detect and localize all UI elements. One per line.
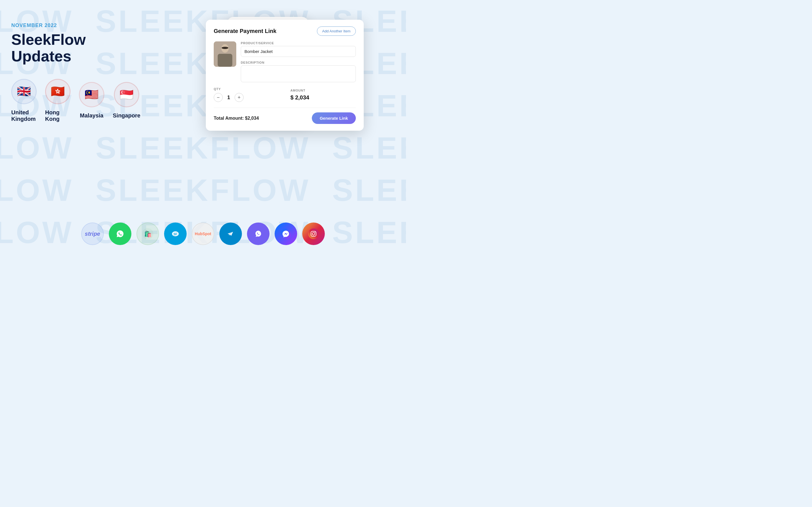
telegram-integration-icon[interactable] bbox=[219, 223, 242, 245]
description-label: DESCRIPTION bbox=[241, 61, 356, 64]
country-label-my: Malaysia bbox=[80, 112, 103, 119]
stripe-label: stripe bbox=[85, 231, 100, 237]
whatsapp-icon bbox=[115, 228, 125, 239]
country-item-hk: 🇭🇰 Hong Kong bbox=[45, 79, 70, 122]
stripe-integration-icon[interactable]: stripe bbox=[81, 223, 104, 245]
right-column: 2:38 ··· 📶 🔋 Exclusive Products 🛒 dress … bbox=[141, 17, 395, 125]
messenger-integration-icon[interactable] bbox=[274, 223, 297, 245]
shopify-icon: 🛍️ bbox=[142, 228, 153, 239]
flag-circle-sg: 🇸🇬 bbox=[114, 82, 139, 107]
main-content: NOVEMBER 2022 SleekFlow Updates 🇬🇧 Unite… bbox=[0, 0, 406, 253]
flags-section: 🇬🇧 United Kingdom 🇭🇰 Hong Kong 🇲🇾 Malays… bbox=[11, 79, 130, 122]
qty-controls: − 1 + bbox=[214, 93, 279, 102]
svg-point-23 bbox=[315, 232, 315, 232]
integrations-bar: stripe 🛍️ SF HubSpot bbox=[0, 217, 406, 253]
add-another-item-button[interactable]: Add Another Item bbox=[317, 26, 356, 36]
salesforce-integration-icon[interactable]: SF bbox=[164, 223, 187, 245]
panel-product-row: PRODUCT/SERVICE Bomber Jacket DESCRIPTIO… bbox=[214, 41, 356, 82]
country-item-my: 🇲🇾 Malaysia bbox=[79, 82, 104, 119]
telegram-icon bbox=[225, 228, 236, 239]
amount-value: $ 2,034 bbox=[290, 94, 356, 101]
panel-title: Generate Payment Link bbox=[214, 28, 276, 34]
country-label-uk: United Kingdom bbox=[11, 109, 37, 122]
update-period-label: NOVEMBER 2022 bbox=[11, 22, 130, 29]
top-section: NOVEMBER 2022 SleekFlow Updates 🇬🇧 Unite… bbox=[0, 0, 406, 217]
qty-section: QTY − 1 + bbox=[214, 87, 279, 102]
svg-point-20 bbox=[308, 228, 319, 239]
generate-link-button[interactable]: Generate Link bbox=[312, 112, 356, 124]
whatsapp-integration-icon[interactable] bbox=[109, 223, 132, 245]
amount-label: AMOUNT bbox=[290, 89, 356, 92]
amount-section: AMOUNT $ 2,034 bbox=[290, 89, 356, 101]
qty-amount-row: QTY − 1 + AMOUNT $ 2,034 bbox=[214, 87, 356, 102]
hubspot-integration-icon[interactable]: HubSpot bbox=[192, 223, 214, 245]
country-label-sg: Singapore bbox=[113, 112, 140, 119]
product-service-label: PRODUCT/SERVICE bbox=[241, 41, 356, 45]
panel-product-svg bbox=[214, 41, 236, 67]
qty-value: 1 bbox=[227, 95, 230, 101]
hubspot-label: HubSpot bbox=[195, 231, 211, 236]
total-amount-text: Total Amount: $2,034 bbox=[214, 116, 259, 121]
payment-panel: Generate Payment Link Add Another Item bbox=[206, 20, 364, 131]
left-column: NOVEMBER 2022 SleekFlow Updates 🇬🇧 Unite… bbox=[11, 17, 130, 122]
qty-label: QTY bbox=[214, 87, 279, 91]
panel-footer: Total Amount: $2,034 Generate Link bbox=[214, 108, 356, 124]
country-label-hk: Hong Kong bbox=[45, 109, 70, 122]
svg-text:🛍️: 🛍️ bbox=[144, 230, 152, 238]
qty-increase-button[interactable]: + bbox=[235, 93, 244, 102]
flag-circle-uk: 🇬🇧 bbox=[11, 79, 37, 104]
shopify-integration-icon[interactable]: 🛍️ bbox=[137, 223, 159, 245]
instagram-integration-icon[interactable] bbox=[302, 223, 325, 245]
country-item-sg: 🇸🇬 Singapore bbox=[113, 82, 140, 119]
flag-circle-my: 🇲🇾 bbox=[79, 82, 104, 107]
panel-product-image bbox=[214, 41, 236, 67]
svg-point-19 bbox=[281, 228, 291, 239]
product-form-fields: PRODUCT/SERVICE Bomber Jacket DESCRIPTIO… bbox=[241, 41, 356, 82]
qty-decrease-button[interactable]: − bbox=[214, 93, 223, 102]
instagram-icon bbox=[308, 228, 319, 239]
svg-rect-9 bbox=[218, 54, 232, 67]
viber-icon bbox=[253, 228, 264, 239]
panel-header: Generate Payment Link Add Another Item bbox=[214, 26, 356, 36]
svg-point-10 bbox=[221, 47, 229, 49]
svg-text:SF: SF bbox=[174, 233, 177, 236]
page-title: SleekFlow Updates bbox=[11, 31, 130, 65]
viber-integration-icon[interactable] bbox=[247, 223, 269, 245]
messenger-icon bbox=[281, 228, 291, 239]
product-service-field[interactable]: Bomber Jacket bbox=[241, 46, 356, 57]
description-field[interactable] bbox=[241, 65, 356, 82]
flag-circle-hk: 🇭🇰 bbox=[45, 79, 70, 104]
salesforce-icon: SF bbox=[170, 228, 181, 239]
country-item-uk: 🇬🇧 United Kingdom bbox=[11, 79, 37, 122]
